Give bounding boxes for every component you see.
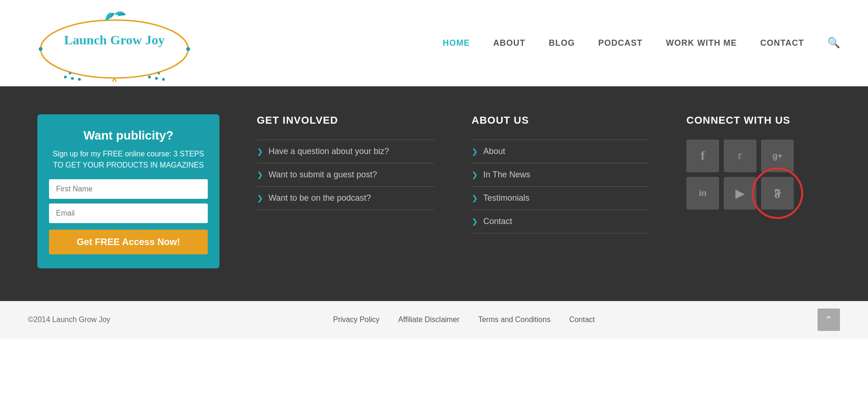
about-us-title: ABOUT US	[472, 114, 649, 126]
widget-publicity: Want publicity? Sign up for my FREE onli…	[37, 114, 219, 268]
google-plus-button[interactable]: g+	[761, 140, 794, 172]
footer-links: Privacy Policy Affiliate Disclaimer Term…	[333, 316, 595, 324]
terms-conditions-link[interactable]: Terms and Conditions	[478, 316, 550, 324]
site-header: Launch Grow Joy HOME ABOUT BLOG PODCAST …	[0, 0, 868, 86]
get-involved-title: GET INVOLVED	[257, 114, 434, 126]
email-input[interactable]	[49, 204, 208, 223]
svg-point-2	[71, 77, 74, 80]
svg-text:Launch Grow Joy: Launch Grow Joy	[64, 33, 165, 47]
first-name-input[interactable]	[49, 179, 208, 199]
chevron-icon: ❯	[257, 194, 263, 203]
get-involved-list: ❯ Have a question about your biz? ❯ Want…	[257, 140, 434, 210]
svg-point-0	[41, 20, 188, 78]
list-item[interactable]: ❯ In The News	[472, 163, 649, 186]
free-access-button[interactable]: Get FREE Access Now!	[49, 230, 208, 254]
copyright-text: ©2014 Launch Grow Joy	[28, 316, 110, 324]
widget-connect: CONNECT WITH US f 𝕣 g+ in ▶ 𝕱	[686, 114, 831, 268]
get-involved-link-2[interactable]: Want to submit a guest post?	[268, 170, 377, 180]
nav-about[interactable]: ABOUT	[493, 38, 525, 48]
svg-point-7	[39, 47, 42, 51]
contact-footer-link[interactable]: Contact	[569, 316, 595, 324]
social-grid: f 𝕣 g+ in ▶ 𝕱	[686, 140, 831, 210]
list-item[interactable]: ❯ Want to be on the podcast?	[257, 186, 434, 210]
pinterest-button[interactable]: 𝕱	[761, 177, 794, 210]
list-item[interactable]: ❯ Have a question about your biz?	[257, 140, 434, 163]
linkedin-button[interactable]: in	[686, 177, 719, 210]
get-involved-link-1[interactable]: Have a question about your biz?	[268, 147, 389, 156]
publicity-heading: Want publicity?	[49, 128, 208, 143]
chevron-icon: ❯	[472, 194, 478, 203]
about-link-1[interactable]: About	[483, 147, 505, 156]
svg-point-10	[69, 72, 71, 74]
svg-point-6	[162, 78, 165, 81]
about-link-4[interactable]: Contact	[483, 217, 512, 226]
nav-blog[interactable]: BLOG	[549, 38, 575, 48]
nav-home[interactable]: HOME	[443, 38, 470, 48]
logo[interactable]: Launch Grow Joy	[28, 5, 201, 82]
scroll-to-top-button[interactable]: ⌃	[818, 309, 840, 331]
svg-point-1	[64, 76, 67, 78]
nav-work-with-me[interactable]: WORK WITH ME	[666, 38, 737, 48]
nav-podcast[interactable]: PODCAST	[598, 38, 642, 48]
chevron-icon: ❯	[257, 147, 263, 156]
chevron-icon: ❯	[472, 147, 478, 156]
footer-bottom: ©2014 Launch Grow Joy Privacy Policy Aff…	[0, 301, 868, 338]
widget-get-involved: GET INVOLVED ❯ Have a question about you…	[257, 114, 434, 268]
main-nav: HOME ABOUT BLOG PODCAST WORK WITH ME CON…	[443, 37, 840, 49]
list-item[interactable]: ❯ Want to submit a guest post?	[257, 163, 434, 186]
footer-main: Want publicity? Sign up for my FREE onli…	[0, 86, 868, 301]
svg-point-4	[148, 76, 151, 78]
nav-contact[interactable]: CONTACT	[760, 38, 804, 48]
svg-point-8	[186, 47, 190, 51]
affiliate-disclaimer-link[interactable]: Affiliate Disclaimer	[398, 316, 459, 324]
youtube-button[interactable]: ▶	[724, 177, 756, 210]
list-item[interactable]: ❯ About	[472, 140, 649, 163]
connect-title: CONNECT WITH US	[686, 114, 831, 126]
svg-point-5	[155, 77, 158, 80]
widget-about-us: ABOUT US ❯ About ❯ In The News ❯ Testimo…	[472, 114, 649, 268]
privacy-policy-link[interactable]: Privacy Policy	[333, 316, 380, 324]
list-item[interactable]: ❯ Testimonials	[472, 186, 649, 210]
chevron-icon: ❯	[472, 217, 478, 226]
svg-point-3	[78, 78, 81, 81]
list-item[interactable]: ❯ Contact	[472, 210, 649, 233]
about-us-list: ❯ About ❯ In The News ❯ Testimonials ❯ C…	[472, 140, 649, 233]
about-link-2[interactable]: In The News	[483, 170, 530, 180]
chevron-icon: ❯	[257, 170, 263, 179]
facebook-button[interactable]: f	[686, 140, 719, 172]
search-icon[interactable]: 🔍	[827, 37, 840, 49]
publicity-body: Sign up for my FREE online course: 3 STE…	[49, 148, 208, 171]
logo-area: Launch Grow Joy	[28, 5, 201, 82]
get-involved-link-3[interactable]: Want to be on the podcast?	[268, 193, 371, 203]
svg-point-11	[158, 72, 160, 74]
twitter-button[interactable]: 𝕣	[724, 140, 756, 172]
chevron-icon: ❯	[472, 170, 478, 179]
about-link-3[interactable]: Testimonials	[483, 193, 529, 203]
